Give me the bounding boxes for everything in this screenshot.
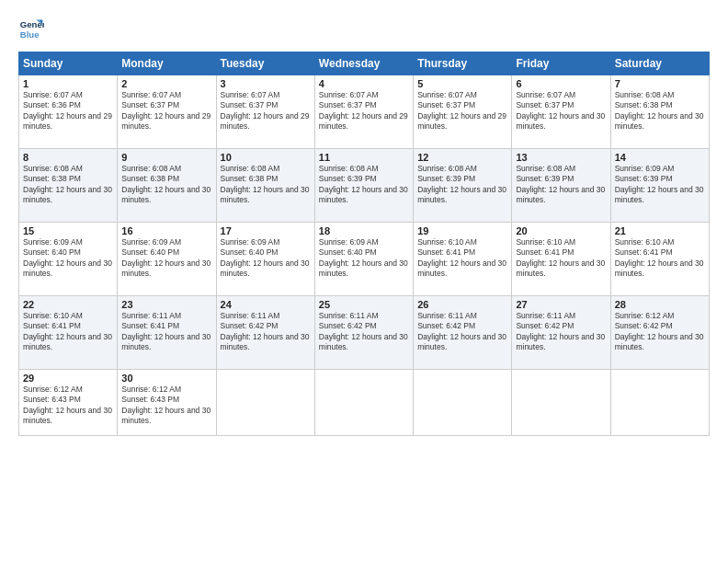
day-number: 25 (319, 299, 409, 310)
day-number: 24 (221, 299, 311, 310)
col-header-wednesday: Wednesday (314, 52, 413, 75)
logo: General Blue (18, 17, 48, 42)
calendar-page: General Blue SundayMondayTuesdayWednesda… (0, 0, 728, 563)
day-info: Sunrise: 6:07 AMSunset: 6:36 PMDaylight:… (23, 90, 113, 132)
calendar-cell: 17Sunrise: 6:09 AMSunset: 6:40 PMDayligh… (216, 223, 314, 296)
calendar-cell: 28Sunrise: 6:12 AMSunset: 6:42 PMDayligh… (610, 296, 709, 370)
logo-icon: General Blue (18, 17, 44, 42)
calendar-cell: 9Sunrise: 6:08 AMSunset: 6:38 PMDaylight… (118, 149, 216, 223)
week-row-2: 8Sunrise: 6:08 AMSunset: 6:38 PMDaylight… (19, 149, 710, 223)
day-info: Sunrise: 6:11 AMSunset: 6:42 PMDaylight:… (319, 311, 409, 353)
week-row-3: 15Sunrise: 6:09 AMSunset: 6:40 PMDayligh… (19, 223, 710, 296)
day-number: 3 (221, 78, 311, 89)
day-info: Sunrise: 6:09 AMSunset: 6:39 PMDaylight:… (615, 164, 705, 206)
calendar-cell: 23Sunrise: 6:11 AMSunset: 6:41 PMDayligh… (118, 296, 216, 370)
col-header-monday: Monday (118, 52, 216, 75)
calendar-cell: 15Sunrise: 6:09 AMSunset: 6:40 PMDayligh… (19, 223, 118, 296)
week-row-1: 1Sunrise: 6:07 AMSunset: 6:36 PMDaylight… (19, 75, 710, 149)
calendar-cell: 14Sunrise: 6:09 AMSunset: 6:39 PMDayligh… (610, 149, 709, 223)
calendar-cell: 25Sunrise: 6:11 AMSunset: 6:42 PMDayligh… (314, 296, 413, 370)
day-info: Sunrise: 6:07 AMSunset: 6:37 PMDaylight:… (516, 90, 606, 132)
day-number: 2 (121, 78, 211, 89)
calendar-cell: 5Sunrise: 6:07 AMSunset: 6:37 PMDaylight… (414, 75, 512, 149)
day-number: 30 (121, 373, 211, 384)
day-info: Sunrise: 6:11 AMSunset: 6:42 PMDaylight:… (417, 311, 507, 353)
calendar-cell: 22Sunrise: 6:10 AMSunset: 6:41 PMDayligh… (19, 296, 118, 370)
day-info: Sunrise: 6:10 AMSunset: 6:41 PMDaylight:… (23, 311, 113, 353)
day-info: Sunrise: 6:08 AMSunset: 6:39 PMDaylight:… (516, 164, 606, 206)
day-info: Sunrise: 6:12 AMSunset: 6:43 PMDaylight:… (121, 385, 211, 427)
header-row: SundayMondayTuesdayWednesdayThursdayFrid… (19, 52, 710, 75)
calendar-cell: 12Sunrise: 6:08 AMSunset: 6:39 PMDayligh… (414, 149, 512, 223)
day-number: 10 (221, 152, 311, 163)
day-number: 5 (417, 78, 507, 89)
day-number: 18 (319, 225, 409, 236)
day-number: 29 (23, 373, 113, 384)
day-number: 12 (417, 152, 507, 163)
day-number: 14 (615, 152, 705, 163)
day-number: 23 (121, 299, 211, 310)
col-header-friday: Friday (512, 52, 610, 75)
calendar-cell: 30Sunrise: 6:12 AMSunset: 6:43 PMDayligh… (118, 370, 216, 436)
day-info: Sunrise: 6:07 AMSunset: 6:37 PMDaylight:… (319, 90, 409, 132)
col-header-sunday: Sunday (19, 52, 118, 75)
col-header-thursday: Thursday (414, 52, 512, 75)
calendar-cell: 3Sunrise: 6:07 AMSunset: 6:37 PMDaylight… (216, 75, 314, 149)
day-info: Sunrise: 6:11 AMSunset: 6:41 PMDaylight:… (121, 311, 211, 353)
day-info: Sunrise: 6:08 AMSunset: 6:38 PMDaylight:… (23, 164, 113, 206)
day-info: Sunrise: 6:08 AMSunset: 6:38 PMDaylight:… (615, 90, 705, 132)
day-number: 28 (615, 299, 705, 310)
day-info: Sunrise: 6:10 AMSunset: 6:41 PMDaylight:… (615, 237, 705, 280)
calendar-cell: 19Sunrise: 6:10 AMSunset: 6:41 PMDayligh… (414, 223, 512, 296)
svg-text:Blue: Blue (20, 29, 40, 40)
calendar-cell: 20Sunrise: 6:10 AMSunset: 6:41 PMDayligh… (512, 223, 610, 296)
day-info: Sunrise: 6:07 AMSunset: 6:37 PMDaylight:… (121, 90, 211, 132)
day-number: 9 (121, 152, 211, 163)
calendar-cell (314, 370, 413, 436)
day-info: Sunrise: 6:07 AMSunset: 6:37 PMDaylight:… (417, 90, 507, 132)
col-header-tuesday: Tuesday (216, 52, 314, 75)
day-info: Sunrise: 6:12 AMSunset: 6:43 PMDaylight:… (23, 385, 113, 427)
day-number: 13 (516, 152, 606, 163)
calendar-table: SundayMondayTuesdayWednesdayThursdayFrid… (18, 52, 710, 436)
day-number: 19 (417, 225, 507, 236)
calendar-cell: 1Sunrise: 6:07 AMSunset: 6:36 PMDaylight… (19, 75, 118, 149)
day-info: Sunrise: 6:09 AMSunset: 6:40 PMDaylight:… (23, 237, 113, 280)
calendar-cell: 24Sunrise: 6:11 AMSunset: 6:42 PMDayligh… (216, 296, 314, 370)
calendar-cell (216, 370, 314, 436)
day-info: Sunrise: 6:11 AMSunset: 6:42 PMDaylight:… (516, 311, 606, 353)
day-number: 11 (319, 152, 409, 163)
day-info: Sunrise: 6:09 AMSunset: 6:40 PMDaylight:… (221, 237, 311, 280)
calendar-cell: 6Sunrise: 6:07 AMSunset: 6:37 PMDaylight… (512, 75, 610, 149)
day-number: 8 (23, 152, 113, 163)
day-number: 17 (221, 225, 311, 236)
calendar-cell: 21Sunrise: 6:10 AMSunset: 6:41 PMDayligh… (610, 223, 709, 296)
calendar-cell: 16Sunrise: 6:09 AMSunset: 6:40 PMDayligh… (118, 223, 216, 296)
day-number: 16 (121, 225, 211, 236)
day-info: Sunrise: 6:08 AMSunset: 6:39 PMDaylight:… (417, 164, 507, 206)
calendar-cell: 10Sunrise: 6:08 AMSunset: 6:38 PMDayligh… (216, 149, 314, 223)
week-row-5: 29Sunrise: 6:12 AMSunset: 6:43 PMDayligh… (19, 370, 710, 436)
col-header-saturday: Saturday (610, 52, 709, 75)
calendar-cell: 11Sunrise: 6:08 AMSunset: 6:39 PMDayligh… (314, 149, 413, 223)
calendar-cell: 8Sunrise: 6:08 AMSunset: 6:38 PMDaylight… (19, 149, 118, 223)
calendar-cell: 26Sunrise: 6:11 AMSunset: 6:42 PMDayligh… (414, 296, 512, 370)
day-number: 4 (319, 78, 409, 89)
calendar-cell: 4Sunrise: 6:07 AMSunset: 6:37 PMDaylight… (314, 75, 413, 149)
day-number: 27 (516, 299, 606, 310)
day-info: Sunrise: 6:07 AMSunset: 6:37 PMDaylight:… (221, 90, 311, 132)
day-number: 20 (516, 225, 606, 236)
calendar-cell: 7Sunrise: 6:08 AMSunset: 6:38 PMDaylight… (610, 75, 709, 149)
day-info: Sunrise: 6:09 AMSunset: 6:40 PMDaylight:… (319, 237, 409, 280)
day-info: Sunrise: 6:10 AMSunset: 6:41 PMDaylight:… (516, 237, 606, 280)
day-number: 6 (516, 78, 606, 89)
day-number: 1 (23, 78, 113, 89)
day-info: Sunrise: 6:09 AMSunset: 6:40 PMDaylight:… (121, 237, 211, 280)
week-row-4: 22Sunrise: 6:10 AMSunset: 6:41 PMDayligh… (19, 296, 710, 370)
day-info: Sunrise: 6:11 AMSunset: 6:42 PMDaylight:… (221, 311, 311, 353)
header: General Blue (18, 17, 710, 42)
day-number: 22 (23, 299, 113, 310)
day-info: Sunrise: 6:10 AMSunset: 6:41 PMDaylight:… (417, 237, 507, 280)
calendar-cell: 29Sunrise: 6:12 AMSunset: 6:43 PMDayligh… (19, 370, 118, 436)
calendar-cell (610, 370, 709, 436)
